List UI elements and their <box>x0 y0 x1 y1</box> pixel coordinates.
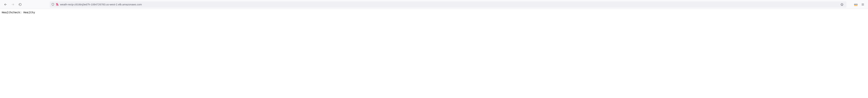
nav-button-group <box>2 2 24 7</box>
app-menu-button[interactable] <box>860 2 866 7</box>
back-button[interactable] <box>3 2 8 7</box>
aws-extension-button[interactable]: aws <box>853 2 859 7</box>
bookmark-button[interactable] <box>839 2 845 7</box>
shield-icon <box>51 3 54 6</box>
address-bar[interactable]: weath-recip-z91t6nj3ed7h-1064726783.us-w… <box>50 1 846 8</box>
browser-toolbar: weath-recip-z91t6nj3ed7h-1064726783.us-w… <box>0 0 868 9</box>
url-bar-right <box>839 2 845 7</box>
star-icon <box>840 3 843 6</box>
aws-extension-icon: aws <box>854 3 858 6</box>
url-text: weath-recip-z91t6nj3ed7h-1064726783.us-w… <box>60 3 838 6</box>
arrow-right-icon <box>11 3 14 6</box>
svg-marker-4 <box>841 3 843 6</box>
forward-button[interactable] <box>10 2 16 7</box>
arrow-left-icon <box>4 3 7 6</box>
hamburger-menu-icon <box>861 3 864 6</box>
reload-button[interactable] <box>18 2 23 7</box>
lock-insecure-icon <box>56 3 59 6</box>
reload-icon <box>19 3 22 6</box>
toolbar-right: aws <box>853 2 866 7</box>
page-body-text: Healthcheck: Healthy <box>0 9 868 16</box>
